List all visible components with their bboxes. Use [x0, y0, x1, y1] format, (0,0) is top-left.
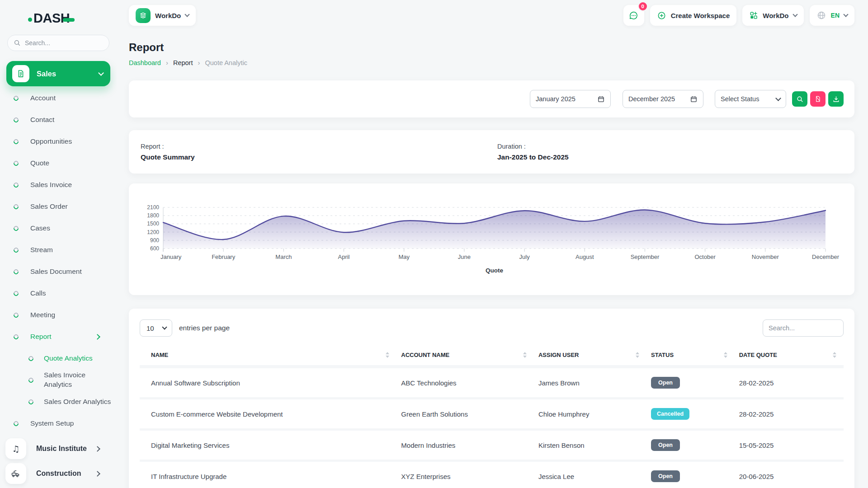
column-header-label: NAME — [151, 352, 168, 358]
sidebar-item-label: Meeting — [30, 310, 55, 320]
sort-icon[interactable] — [833, 352, 836, 358]
bullet-icon — [13, 268, 19, 275]
sidebar-item-account[interactable]: Account — [0, 87, 117, 109]
language-selector[interactable]: EN — [810, 5, 854, 26]
sidebar-item-meeting[interactable]: Meeting — [0, 304, 117, 326]
app-logo[interactable]: DASH — [0, 0, 117, 26]
sidebar-item-calls[interactable]: Calls — [0, 282, 117, 304]
end-month-input[interactable]: December 2025 — [623, 90, 703, 108]
sort-icon[interactable] — [386, 352, 389, 358]
sidebar-item-label: Sales Order Analytics — [44, 397, 111, 407]
download-icon — [832, 95, 840, 103]
bullet-icon — [13, 420, 19, 427]
export-button[interactable] — [828, 91, 844, 107]
chevron-down-icon — [793, 12, 797, 17]
sidebar-item-sales-order[interactable]: Sales Order — [0, 196, 117, 217]
sidebar-item-quote[interactable]: Quote — [0, 152, 117, 174]
chat-bubble-icon — [628, 10, 639, 21]
sidebar-item-sales-document[interactable]: Sales Document — [0, 261, 117, 282]
sidebar-menu: AccountContactOpportunitiesQuoteSales In… — [0, 87, 117, 434]
cell-account-name: XYZ Enterprises — [396, 462, 534, 488]
sidebar-module-music-institute[interactable]: ♫Music Institute — [5, 438, 111, 459]
create-workspace-label: Create Workspace — [671, 12, 730, 19]
sidebar-item-label: Opportunities — [30, 137, 72, 146]
entries-per-page-label: entries per page — [179, 324, 230, 332]
sidebar-item-contact[interactable]: Contact — [0, 109, 117, 131]
apply-filter-button[interactable] — [792, 91, 807, 107]
logo-dash-icon — [63, 18, 75, 22]
sort-icon[interactable] — [523, 352, 527, 358]
start-month-input[interactable]: January 2025 — [530, 90, 611, 108]
sidebar-item-system-setup[interactable]: System Setup — [0, 413, 117, 434]
column-header-status[interactable]: STATUS — [646, 345, 735, 368]
bullet-icon — [13, 290, 19, 296]
active-app-sales[interactable]: Sales — [6, 61, 110, 86]
calendar-icon — [597, 95, 605, 103]
breadcrumb: Dashboard › Report › Quote Analytic — [129, 59, 854, 66]
workspace-switcher-label: WorkDo — [763, 12, 788, 19]
bullet-icon — [13, 160, 19, 166]
sort-up-icon — [523, 352, 527, 354]
status-badge: Open — [651, 439, 680, 451]
breadcrumb-report[interactable]: Report — [173, 59, 193, 66]
svg-text:December: December — [812, 253, 840, 260]
svg-text:April: April — [338, 253, 349, 260]
status-select[interactable]: Select Status — [715, 90, 786, 108]
svg-text:600: 600 — [150, 245, 159, 252]
table-row: IT Infrastructure UpgradeXYZ Enterprises… — [140, 462, 844, 488]
chevron-down-icon — [775, 95, 781, 101]
table-search-input[interactable] — [763, 319, 844, 337]
sidebar-item-stream[interactable]: Stream — [0, 239, 117, 261]
svg-text:February: February — [212, 253, 236, 260]
chevron-down-icon — [185, 12, 190, 17]
chat-button[interactable]: 0 — [623, 5, 644, 26]
workspace-pill[interactable]: WorkDo — [129, 5, 196, 26]
column-header-account-name[interactable]: ACCOUNT NAME — [396, 345, 534, 368]
svg-text:May: May — [398, 253, 410, 260]
bullet-icon — [13, 311, 19, 318]
summary-report: Report : Quote Summary — [141, 143, 497, 161]
summary-report-value: Quote Summary — [141, 153, 497, 161]
sidebar-module-construction[interactable]: Construction — [5, 463, 111, 484]
column-header-date-quote[interactable]: DATE QUOTE — [735, 345, 844, 368]
sort-icon[interactable] — [636, 352, 639, 358]
sidebar-item-sales-invoice[interactable]: Sales Invoice — [0, 174, 117, 196]
cell-name: IT Infrastructure Upgrade — [140, 462, 396, 488]
breadcrumb-separator: › — [166, 59, 168, 66]
entries-per-page-value: 10 — [146, 324, 154, 332]
svg-text:Quote: Quote — [486, 267, 503, 274]
svg-text:1200: 1200 — [147, 229, 159, 235]
bullet-icon — [13, 94, 19, 101]
chevron-down-icon — [162, 324, 167, 329]
sidebar-item-sales-order-analytics[interactable]: Sales Order Analytics — [0, 391, 117, 413]
workspace-switcher[interactable]: WorkDo — [742, 5, 803, 26]
entries-per-page-select[interactable]: 10 — [140, 319, 172, 337]
sidebar-item-opportunities[interactable]: Opportunities — [0, 131, 117, 152]
bullet-icon — [13, 181, 19, 188]
sidebar-item-sales-invoice-analytics[interactable]: Sales Invoice Analytics — [0, 369, 117, 391]
plus-circle-icon — [657, 11, 666, 20]
sidebar-item-report[interactable]: Report — [0, 326, 117, 347]
svg-text:1500: 1500 — [147, 221, 159, 227]
sidebar-item-quote-analytics[interactable]: Quote Analytics — [0, 347, 117, 369]
sidebar-item-label: System Setup — [30, 419, 74, 428]
column-header-assign-user[interactable]: ASSIGN USER — [534, 345, 646, 368]
sidebar-item-cases[interactable]: Cases — [0, 217, 117, 239]
status-badge: Open — [651, 377, 680, 389]
breadcrumb-dashboard[interactable]: Dashboard — [129, 59, 161, 66]
cell-name: Digital Marketing Services — [140, 431, 396, 462]
column-header-inner: ACCOUNT NAME — [401, 352, 529, 358]
sidebar-search-input[interactable] — [25, 39, 97, 47]
sidebar-module-label: Music Institute — [36, 445, 95, 453]
topbar-right: 0 Create Workspace WorkDo — [623, 5, 854, 26]
column-header-name[interactable]: NAME — [140, 345, 396, 368]
sort-down-icon — [833, 356, 836, 358]
chevron-down-icon — [843, 12, 848, 17]
create-workspace-button[interactable]: Create Workspace — [650, 5, 737, 26]
reset-filter-button[interactable] — [810, 91, 826, 107]
cell-date-quote: 20-06-2025 — [735, 462, 844, 488]
bullet-icon — [28, 355, 34, 361]
sort-icon[interactable] — [724, 352, 727, 358]
grid-plus-icon — [749, 11, 758, 20]
bullet-icon — [13, 246, 19, 253]
